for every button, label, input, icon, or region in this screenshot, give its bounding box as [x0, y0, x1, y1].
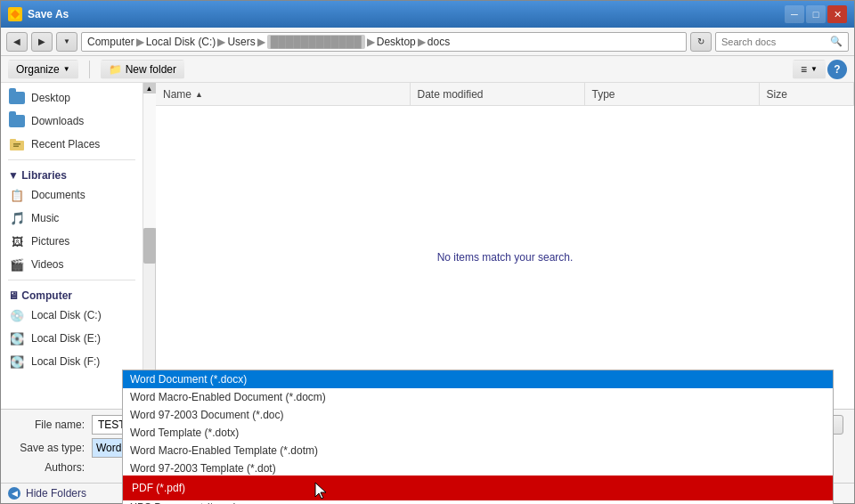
libraries-label: ▼ Libraries	[8, 169, 67, 182]
view-icon: ≡	[801, 63, 807, 76]
view-arrow: ▼	[810, 65, 818, 73]
sidebar-item-label: Local Disk (F:)	[31, 355, 100, 368]
forward-button[interactable]: ▶	[31, 32, 53, 52]
sidebar-item-label: Documents	[31, 189, 86, 201]
sidebar-item-recent-places[interactable]: Recent Places	[1, 133, 142, 156]
computer-section-header: 🖥 Computer	[1, 284, 142, 304]
path-sep-5: ▶	[418, 36, 426, 48]
organize-label: Organize	[16, 63, 60, 76]
window-controls: ─ □ ✕	[785, 5, 847, 23]
sidebar: Desktop Downloads	[1, 83, 143, 409]
videos-icon: 🎬	[8, 256, 26, 273]
sidebar-item-pictures[interactable]: 🖼 Pictures	[1, 230, 142, 253]
recent-places-icon	[8, 135, 26, 153]
sidebar-item-downloads[interactable]: Downloads	[1, 110, 142, 133]
file-header: Name ▲ Date modified Type Size	[156, 83, 854, 106]
path-sep-3: ▶	[257, 36, 265, 48]
hide-folders-chevron: ◀	[8, 487, 20, 500]
dropdown-item-3[interactable]: Word Template (*.dotx)	[123, 424, 833, 442]
new-folder-icon: 📁	[109, 63, 122, 76]
file-name-label: File name:	[12, 419, 92, 431]
path-sep-4: ▶	[367, 36, 375, 48]
view-controls: ≡ ▼ ?	[793, 60, 847, 79]
sidebar-item-desktop[interactable]: Desktop	[1, 86, 142, 110]
disk-c-icon: 💿	[8, 306, 26, 324]
svg-rect-3	[13, 143, 20, 145]
dropdown-item-6[interactable]: PDF (*.pdf)	[123, 477, 833, 499]
path-part-username[interactable]: ████████████	[267, 35, 365, 49]
path-part-disk[interactable]: Local Disk (C:)	[146, 36, 216, 48]
save-type-label: Save as type:	[12, 442, 92, 454]
minimize-button[interactable]: ─	[785, 5, 804, 23]
dropdown-item-4[interactable]: Word Macro-Enabled Template (*.dotm)	[123, 442, 833, 459]
desktop-icon	[8, 89, 26, 107]
dropdown-item-7[interactable]: XPS Document (*.xps)	[123, 499, 833, 504]
sidebar-sep-2	[8, 280, 135, 280]
main-content: Desktop Downloads	[1, 83, 854, 409]
computer-label: 🖥 Computer	[8, 289, 72, 302]
col-type-header[interactable]: Type	[585, 83, 760, 105]
scroll-thumb[interactable]	[143, 228, 156, 264]
sidebar-item-label: Recent Places	[31, 138, 100, 150]
svg-rect-4	[13, 146, 19, 148]
svg-rect-2	[10, 139, 16, 142]
address-bar: ◀ ▶ ▼ Computer ▶ Local Disk (C:) ▶ Users…	[1, 28, 854, 56]
new-folder-label: New folder	[126, 63, 176, 76]
sidebar-item-label: Music	[31, 212, 59, 224]
dropdown-item-2[interactable]: Word 97-2003 Document (*.doc)	[123, 406, 833, 424]
sidebar-scrollbar[interactable]: ▲ ▼	[143, 83, 156, 409]
scroll-up[interactable]: ▲	[143, 83, 156, 93]
sidebar-item-local-disk-c[interactable]: 💿 Local Disk (C:)	[1, 304, 142, 327]
sidebar-item-music[interactable]: 🎵 Music	[1, 207, 142, 230]
sidebar-item-videos[interactable]: 🎬 Videos	[1, 253, 142, 276]
dropdown-item-1[interactable]: Word Macro-Enabled Document (*.docm)	[123, 388, 833, 406]
documents-icon: 📋	[8, 186, 26, 204]
sidebar-item-label: Local Disk (C:)	[31, 309, 102, 321]
col-date-header[interactable]: Date modified	[411, 83, 585, 105]
sidebar-item-documents[interactable]: 📋 Documents	[1, 183, 142, 207]
sidebar-item-local-disk-e[interactable]: 💽 Local Disk (E:)	[1, 327, 142, 350]
col-name-header[interactable]: Name ▲	[156, 83, 411, 105]
path-part-docs[interactable]: docs	[428, 36, 450, 48]
sidebar-item-label: Desktop	[31, 92, 70, 104]
path-sep-1: ▶	[136, 36, 144, 48]
dropdown-button[interactable]: ▼	[56, 32, 77, 52]
sidebar-item-label: Local Disk (E:)	[31, 332, 101, 345]
window-icon	[8, 7, 22, 21]
disk-f-icon: 💽	[8, 353, 26, 370]
path-part-users[interactable]: Users	[227, 36, 255, 48]
refresh-button[interactable]: ↻	[690, 32, 712, 52]
toolbar-divider	[89, 61, 90, 78]
search-box[interactable]: 🔍	[715, 32, 849, 52]
sidebar-item-label: Downloads	[31, 115, 84, 127]
new-folder-button[interactable]: 📁 New folder	[101, 60, 184, 79]
sidebar-item-label: Videos	[31, 258, 63, 271]
dropdown-list[interactable]: Word Document (*.docx) Word Macro-Enable…	[122, 370, 834, 504]
window-title: Save As	[28, 8, 785, 20]
back-button[interactable]: ◀	[6, 32, 28, 52]
dropdown-item-0[interactable]: Word Document (*.docx)	[123, 370, 833, 388]
maximize-button[interactable]: □	[806, 5, 826, 23]
organize-button[interactable]: Organize ▼	[8, 60, 78, 79]
authors-label: Authors:	[12, 461, 92, 474]
hide-folders-label[interactable]: Hide Folders	[26, 487, 86, 500]
search-icon: 🔍	[830, 36, 843, 47]
empty-message: No items match your search.	[437, 251, 574, 264]
path-part-computer[interactable]: Computer	[87, 36, 134, 48]
path-part-desktop[interactable]: Desktop	[377, 36, 416, 48]
close-button[interactable]: ✕	[827, 5, 847, 23]
path-sep-2: ▶	[217, 36, 225, 48]
view-toggle-button[interactable]: ≡ ▼	[793, 60, 826, 79]
libraries-section-header: ▼ Libraries	[1, 164, 142, 183]
pictures-icon: 🖼	[8, 232, 26, 250]
file-area: No items match your search.	[156, 106, 854, 409]
title-bar: Save As ─ □ ✕	[1, 1, 854, 28]
search-input[interactable]	[721, 37, 826, 47]
disk-e-icon: 💽	[8, 329, 26, 347]
col-size-header[interactable]: Size	[760, 83, 855, 105]
organize-arrow: ▼	[63, 65, 70, 73]
help-button[interactable]: ?	[827, 60, 847, 79]
address-path[interactable]: Computer ▶ Local Disk (C:) ▶ Users ▶ ███…	[81, 32, 687, 52]
sidebar-sep-1	[8, 159, 135, 160]
dropdown-item-5[interactable]: Word 97-2003 Template (*.dot)	[123, 459, 833, 477]
